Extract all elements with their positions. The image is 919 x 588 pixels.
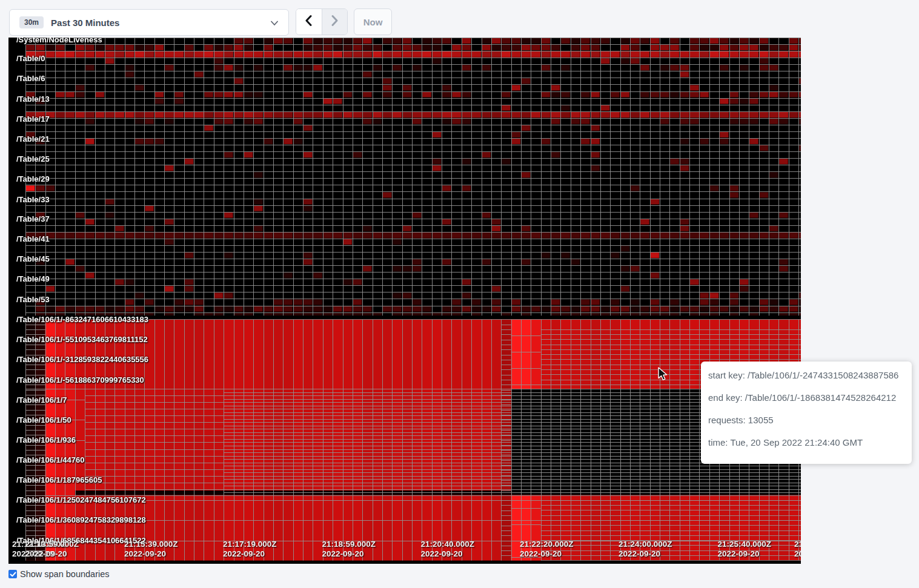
now-button-label: Now [363, 17, 383, 27]
heatmap-canvas[interactable] [8, 38, 801, 564]
chevron-down-icon [270, 19, 279, 30]
tooltip-start-key: start key: /Table/106/1/-247433150824388… [708, 369, 904, 382]
back-button[interactable] [296, 9, 322, 35]
time-range-badge: 30m [19, 16, 44, 28]
span-boundaries-row: Show span boundaries [8, 569, 110, 579]
span-tooltip: start key: /Table/106/1/-247433150824388… [701, 362, 912, 464]
checkbox-label: Show span boundaries [20, 569, 110, 579]
key-visualizer-heatmap[interactable]: /System/NodeLiveness/Table/0/Table/6/Tab… [8, 38, 801, 564]
chevron-left-icon [304, 15, 314, 29]
now-button[interactable]: Now [354, 8, 392, 35]
tooltip-time: time: Tue, 20 Sep 2022 21:24:40 GMT [708, 437, 904, 449]
show-span-boundaries-checkbox[interactable] [8, 570, 17, 578]
chevron-right-icon [330, 15, 339, 29]
time-range-selector[interactable]: 30m Past 30 Minutes [9, 9, 289, 36]
tooltip-requests: requests: 13055 [708, 414, 904, 426]
tooltip-end-key: end key: /Table/106/1/-18683814745282642… [708, 392, 904, 404]
forward-button[interactable] [322, 9, 348, 35]
time-nav-group [296, 8, 348, 35]
time-range-label: Past 30 Minutes [51, 18, 119, 28]
